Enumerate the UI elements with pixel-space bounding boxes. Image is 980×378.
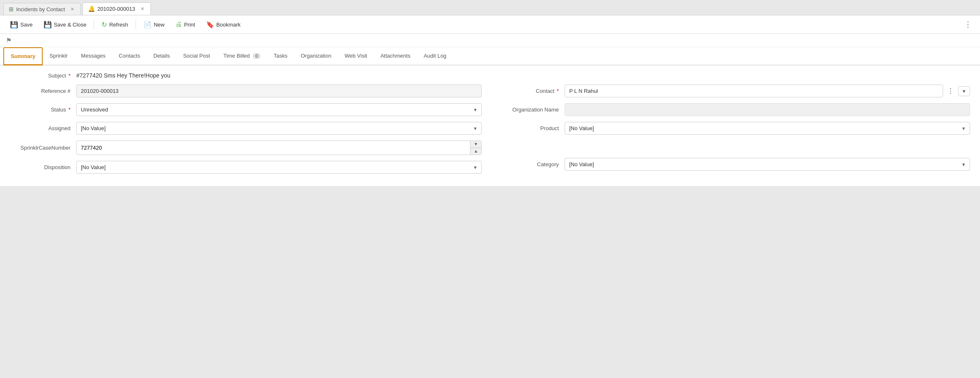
subject-required: * bbox=[68, 73, 70, 79]
tab-attachments[interactable]: Attachments bbox=[374, 48, 417, 65]
tab-close-incidents[interactable]: ✕ bbox=[69, 6, 75, 12]
refresh-icon: ↻ bbox=[102, 21, 107, 29]
reference-value bbox=[76, 85, 482, 97]
disposition-label: Disposition bbox=[10, 164, 76, 170]
assigned-label: Assigned bbox=[10, 125, 76, 131]
category-row: Category [No Value] ▼ bbox=[498, 158, 970, 171]
bookmark-button[interactable]: 🔖 Bookmark bbox=[201, 19, 246, 31]
org-input bbox=[565, 103, 970, 116]
incident-icon: 🔔 bbox=[88, 5, 95, 12]
refresh-button[interactable]: ↻ Refresh bbox=[97, 19, 133, 31]
product-row: Product [No Value] ▼ bbox=[498, 122, 970, 135]
tab-organization[interactable]: Organization bbox=[294, 48, 338, 65]
grid-icon: ⊞ bbox=[9, 6, 14, 12]
contact-more-button[interactable]: ⋮ bbox=[945, 85, 956, 97]
subject-value: #7277420 Sms Hey There!Hope you bbox=[76, 72, 970, 79]
toolbar-separator-1 bbox=[94, 19, 94, 29]
new-icon: 📄 bbox=[143, 21, 152, 29]
tab-incident-detail[interactable]: 🔔 201020-000013 ✕ bbox=[82, 2, 151, 15]
new-button[interactable]: 📄 New bbox=[138, 19, 170, 31]
tab-web-visit[interactable]: Web Visit bbox=[338, 48, 374, 65]
org-value bbox=[565, 103, 970, 116]
assigned-row: Assigned [No Value] ▼ bbox=[10, 122, 482, 135]
tab-social-post[interactable]: Social Post bbox=[177, 48, 217, 65]
contact-row: Contact * P L N Rahul ⋮ ▼ bbox=[498, 85, 970, 97]
sprinklr-spinner: ▼ ▲ bbox=[76, 141, 482, 155]
tab-time-billed[interactable]: Time Billed 0 bbox=[217, 48, 267, 65]
save-button[interactable]: 💾 Save bbox=[5, 19, 38, 31]
sprinklr-input[interactable] bbox=[77, 142, 470, 154]
product-select[interactable]: [No Value] bbox=[565, 122, 970, 135]
spinner-buttons: ▼ ▲ bbox=[470, 141, 481, 155]
category-select[interactable]: [No Value] bbox=[565, 158, 970, 171]
assigned-select[interactable]: [No Value] bbox=[76, 122, 482, 135]
product-value: [No Value] ▼ bbox=[565, 122, 970, 135]
tab-bar: ⊞ Incidents by Contact ✕ 🔔 201020-000013… bbox=[0, 0, 980, 15]
print-icon: 🖨 bbox=[175, 21, 182, 28]
contact-required: * bbox=[557, 88, 559, 94]
toolbar: 💾 Save 💾 Save & Close ↻ Refresh 📄 New 🖨 … bbox=[0, 15, 980, 34]
more-options-button[interactable]: ⋮ bbox=[961, 18, 975, 31]
tab-incidents-by-contact[interactable]: ⊞ Incidents by Contact ✕ bbox=[3, 3, 81, 15]
tab-messages[interactable]: Messages bbox=[74, 48, 112, 65]
disposition-row: Disposition [No Value] ▼ bbox=[10, 161, 482, 174]
bookmark-icon: 🔖 bbox=[206, 21, 214, 29]
status-row: Status * Unresolved Resolved Pending ▼ bbox=[10, 103, 482, 116]
sprinklr-case-row: SprinklrCaseNumber ▼ ▲ bbox=[10, 141, 482, 155]
status-label: Status * bbox=[10, 107, 76, 113]
contact-label: Contact * bbox=[498, 88, 565, 94]
spinner-down-button[interactable]: ▲ bbox=[471, 148, 481, 155]
category-value: [No Value] ▼ bbox=[565, 158, 970, 171]
reference-label: Reference # bbox=[10, 88, 76, 94]
sprinklr-case-value: ▼ ▲ bbox=[76, 141, 482, 155]
tab-details[interactable]: Details bbox=[147, 48, 177, 65]
reference-input[interactable] bbox=[76, 85, 482, 97]
form-left: Reference # Status * Unre bbox=[10, 85, 482, 179]
status-value: Unresolved Resolved Pending ▼ bbox=[76, 103, 482, 116]
contact-wrapper: P L N Rahul ⋮ ▼ bbox=[565, 85, 970, 97]
status-required: * bbox=[68, 107, 70, 113]
form-section: Reference # Status * Unre bbox=[10, 85, 970, 179]
toolbar-separator-2 bbox=[136, 19, 136, 29]
reference-row: Reference # bbox=[10, 85, 482, 97]
contact-value: P L N Rahul ⋮ ▼ bbox=[565, 85, 970, 97]
save-close-button[interactable]: 💾 Save & Close bbox=[39, 19, 92, 31]
status-select-wrapper: Unresolved Resolved Pending ▼ bbox=[76, 103, 482, 116]
flag-bar: ⚑ bbox=[0, 34, 980, 47]
time-billed-badge: 0 bbox=[253, 53, 260, 59]
tab-close-detail[interactable]: ✕ bbox=[139, 6, 146, 12]
tab-audit-log[interactable]: Audit Log bbox=[417, 48, 453, 65]
save-close-icon: 💾 bbox=[44, 21, 52, 29]
status-select[interactable]: Unresolved Resolved Pending bbox=[76, 103, 482, 116]
tab-label: Incidents by Contact bbox=[16, 6, 65, 12]
subject-row: Subject * #7277420 Sms Hey There!Hope yo… bbox=[10, 72, 970, 79]
tab-contacts[interactable]: Contacts bbox=[112, 48, 147, 65]
category-label: Category bbox=[498, 161, 565, 167]
spinner-up-button[interactable]: ▼ bbox=[471, 141, 481, 148]
form-right: Contact * P L N Rahul ⋮ ▼ Organizati bbox=[498, 85, 970, 179]
assigned-select-wrapper: [No Value] ▼ bbox=[76, 122, 482, 135]
form-area: Subject * #7277420 Sms Hey There!Hope yo… bbox=[0, 65, 980, 186]
save-icon: 💾 bbox=[10, 21, 18, 29]
sprinklr-case-label: SprinklrCaseNumber bbox=[10, 145, 76, 151]
tab-tasks[interactable]: Tasks bbox=[267, 48, 294, 65]
print-button[interactable]: 🖨 Print bbox=[170, 19, 200, 30]
main-content: Summary Sprinklr Messages Contacts Detai… bbox=[0, 47, 980, 186]
disposition-value: [No Value] ▼ bbox=[76, 161, 482, 174]
subject-label: Subject * bbox=[10, 73, 76, 79]
category-select-wrapper: [No Value] ▼ bbox=[565, 158, 970, 171]
tab-sprinklr[interactable]: Sprinklr bbox=[43, 48, 74, 65]
contact-display: P L N Rahul bbox=[565, 85, 943, 97]
disposition-select[interactable]: [No Value] bbox=[76, 161, 482, 174]
assigned-value: [No Value] ▼ bbox=[76, 122, 482, 135]
tab-label: 201020-000013 bbox=[97, 6, 135, 12]
product-label: Product bbox=[498, 125, 565, 131]
nav-tabs: Summary Sprinklr Messages Contacts Detai… bbox=[0, 47, 980, 65]
disposition-select-wrapper: [No Value] ▼ bbox=[76, 161, 482, 174]
product-select-wrapper: [No Value] ▼ bbox=[565, 122, 970, 135]
contact-dropdown-button[interactable]: ▼ bbox=[958, 86, 970, 96]
org-label: Organization Name bbox=[498, 107, 565, 113]
org-name-row: Organization Name bbox=[498, 103, 970, 116]
flag-icon: ⚑ bbox=[6, 37, 12, 44]
tab-summary[interactable]: Summary bbox=[3, 47, 43, 65]
